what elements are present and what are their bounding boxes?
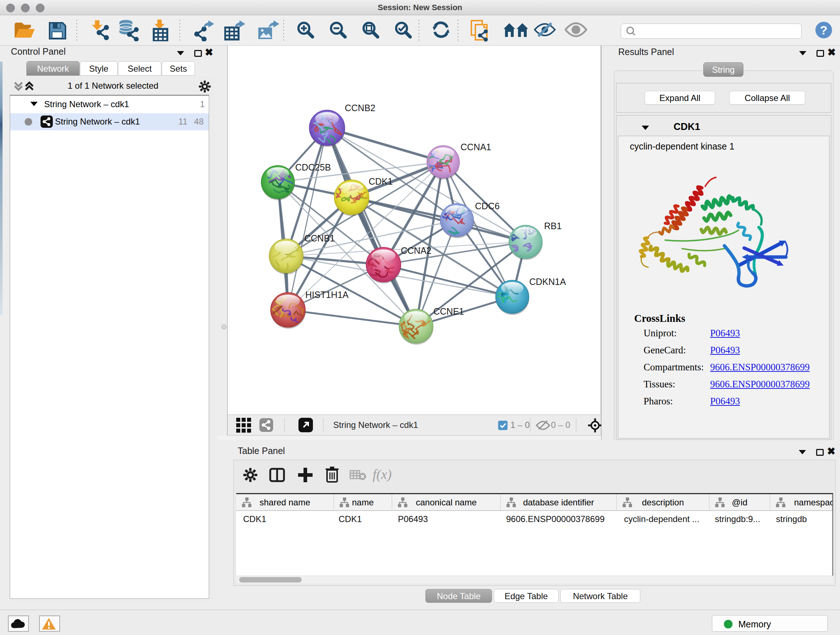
svg-text:CCNA1: CCNA1 — [461, 142, 491, 152]
svg-text:CCNE1: CCNE1 — [433, 306, 464, 317]
svg-text:CDKN1A: CDKN1A — [529, 277, 566, 287]
svg-text:HIST1H1A: HIST1H1A — [305, 290, 349, 300]
svg-text:CDK1: CDK1 — [369, 176, 393, 187]
svg-text:CCNB2: CCNB2 — [345, 103, 376, 113]
svg-text:RB1: RB1 — [544, 221, 562, 231]
svg-text:CCNB1: CCNB1 — [304, 233, 335, 243]
svg-text:CDC6: CDC6 — [475, 201, 500, 211]
svg-text:CDC25B: CDC25B — [295, 162, 331, 172]
svg-text:CCNA2: CCNA2 — [401, 245, 431, 256]
svg-text:?: ? — [820, 23, 828, 37]
